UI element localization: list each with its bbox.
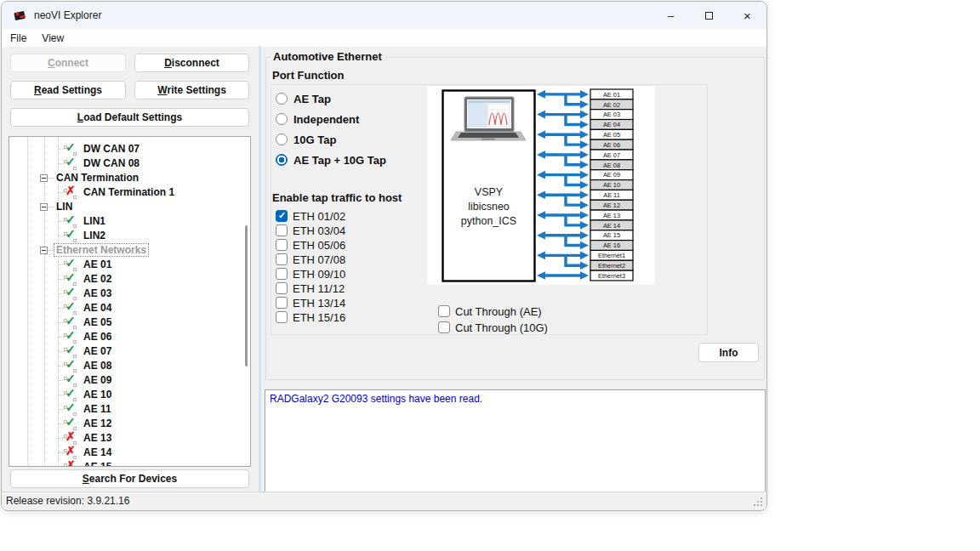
radio-10g-tap[interactable]: 10G Tap [276,133,420,148]
checkbox-icon [276,239,288,251]
tree-item-can-termination[interactable]: CAN Termination [9,171,250,185]
svg-text:AE 11: AE 11 [603,191,620,199]
svg-text:AE 04: AE 04 [603,121,620,128]
enabled-check-icon: ✓ [64,258,77,271]
close-button[interactable]: × [728,2,766,29]
tree-item-ae-08[interactable]: ✓AE 08 [9,359,250,373]
checkbox-label: ETH 05/06 [293,239,345,252]
checkbox-cut-through-10g-[interactable]: Cut Through (10G) [438,321,574,336]
tree-item-label: AE 08 [82,360,113,372]
tree-item-ae-11[interactable]: ✓AE 11 [9,402,250,417]
enabled-check-icon: ✓ [64,302,77,315]
tree-item-lin2[interactable]: ✓LIN2 [9,229,250,243]
tree-item-can-termination-1[interactable]: ✗CAN Termination 1 [9,185,250,200]
tree-item-label: DW CAN 08 [82,157,141,169]
radio-label: 10G Tap [293,133,336,146]
minimize-icon: – [668,9,674,22]
tree-item-ethernet-networks[interactable]: Ethernet Networks [9,243,250,258]
disabled-cross-icon: ✗ [64,461,77,467]
enabled-check-icon: ✓ [64,287,77,300]
svg-text:AE 01: AE 01 [603,91,620,99]
menu-view[interactable]: View [35,31,71,46]
search-for-devices-button[interactable]: Search For Devices [10,469,249,488]
tree-item-ae-02[interactable]: ✓AE 02 [9,272,250,287]
radio-independent[interactable]: Independent [276,112,420,128]
enabled-check-icon: ✓ [64,273,77,286]
radio-ae-tap[interactable]: AE Tap [276,92,420,107]
title-bar: neoVI Explorer – × [2,2,766,29]
tree-item-ae-07[interactable]: ✓AE 07 [9,344,250,359]
tree-item-ae-03[interactable]: ✓AE 03 [9,287,250,301]
tree-item-label: AE 03 [82,287,113,299]
checkbox-eth-07-08[interactable]: ETH 07/08 [276,253,378,268]
close-icon: × [744,9,751,23]
connect-button[interactable]: Connect [10,54,126,72]
tree-item-label: AE 07 [82,345,113,357]
radio-label: AE Tap + 10G Tap [293,154,386,167]
tree-item-label: AE 01 [82,258,113,270]
radio-ae-tap-10g-tap[interactable]: AE Tap + 10G Tap [276,153,420,168]
tree-item-dw-can-07[interactable]: ✓DW CAN 07 [9,142,250,156]
tree-item-ae-01[interactable]: ✓AE 01 [9,258,250,272]
checkbox-cut-through-ae-[interactable]: Cut Through (AE) [438,304,574,320]
menu-bar: File View [2,29,766,47]
tree-item-ae-14[interactable]: ✗AE 14 [9,446,250,460]
enabled-check-icon: ✓ [64,389,77,401]
disconnect-button[interactable]: Disconnect [134,54,249,72]
checkbox-label: ETH 09/10 [293,268,345,281]
menu-file[interactable]: File [3,31,33,46]
tree-collapse-icon[interactable] [40,247,48,254]
radio-label: AE Tap [293,93,331,105]
tree-item-ae-10[interactable]: ✓AE 10 [9,388,250,402]
tree-item-ae-05[interactable]: ✓AE 05 [9,315,250,330]
tree-item-dw-can-08[interactable]: ✓DW CAN 08 [9,156,250,171]
window-controls: – × [652,2,766,29]
tree-item-ae-09[interactable]: ✓AE 09 [9,373,250,388]
checkbox-icon [276,297,288,309]
checkbox-icon [276,253,288,265]
enabled-check-icon: ✓ [64,418,77,430]
minimize-button[interactable]: – [652,2,690,29]
checkbox-eth-03-04[interactable]: ETH 03/04 [276,224,378,239]
tree-item-ae-15[interactable]: ✗AE 15 [9,460,250,467]
tree-item-ae-13[interactable]: ✗AE 13 [9,431,250,446]
svg-text:Ethernet2: Ethernet2 [598,262,625,270]
message-log: RADGalaxy2 G20093 settings have been rea… [265,389,766,495]
tree-scrollbar-thumb[interactable] [245,225,248,366]
window-title: neoVI Explorer [34,9,101,21]
device-tree: ✓DW CAN 07✓DW CAN 08CAN Termination✗CAN … [9,136,251,467]
svg-text:AE 09: AE 09 [603,171,620,179]
read-settings-button[interactable]: Read Settings [10,81,126,99]
checkbox-eth-13-14[interactable]: ETH 13/14 [276,296,378,311]
tree-item-ae-04[interactable]: ✓AE 04 [9,301,250,315]
checkbox-eth-15-16[interactable]: ETH 15/16 [276,310,378,326]
load-default-settings-button[interactable]: Load Default Settings [10,108,249,127]
tree-item-ae-06[interactable]: ✓AE 06 [9,330,250,344]
tree-item-label: LIN1 [82,215,107,227]
disabled-cross-icon: ✗ [64,432,77,445]
tree-collapse-icon[interactable] [40,174,48,182]
enabled-check-icon: ✓ [64,143,77,156]
checkbox-eth-05-06[interactable]: ETH 05/06 [276,238,378,253]
tree-collapse-icon[interactable] [40,203,48,211]
checkbox-eth-11-12[interactable]: ETH 11/12 [276,281,378,297]
disabled-cross-icon: ✗ [64,446,77,459]
tree-item-lin1[interactable]: ✓LIN1 [9,214,250,229]
resize-grip[interactable] [761,504,762,506]
message-text: RADGalaxy2 G20093 settings have been rea… [270,393,482,405]
checkbox-icon [438,305,450,317]
tree-item-ae-12[interactable]: ✓AE 12 [9,417,250,431]
checkbox-label: Cut Through (AE) [455,305,542,318]
write-settings-button[interactable]: Write Settings [134,81,249,99]
tree-item-lin[interactable]: LIN [9,200,250,214]
info-button[interactable]: Info [698,343,759,362]
checkbox-eth-09-10[interactable]: ETH 09/10 [276,267,378,282]
maximize-button[interactable] [690,2,728,29]
radio-icon [276,133,288,145]
checkbox-eth-01-02[interactable]: ETH 01/02 [276,209,378,224]
tree-item-label: DW CAN 07 [82,143,141,155]
checkbox-icon [438,321,450,333]
checkbox-label: ETH 13/14 [293,297,345,310]
tree-connector [48,207,54,207]
checkbox-label: ETH 03/04 [293,224,345,237]
